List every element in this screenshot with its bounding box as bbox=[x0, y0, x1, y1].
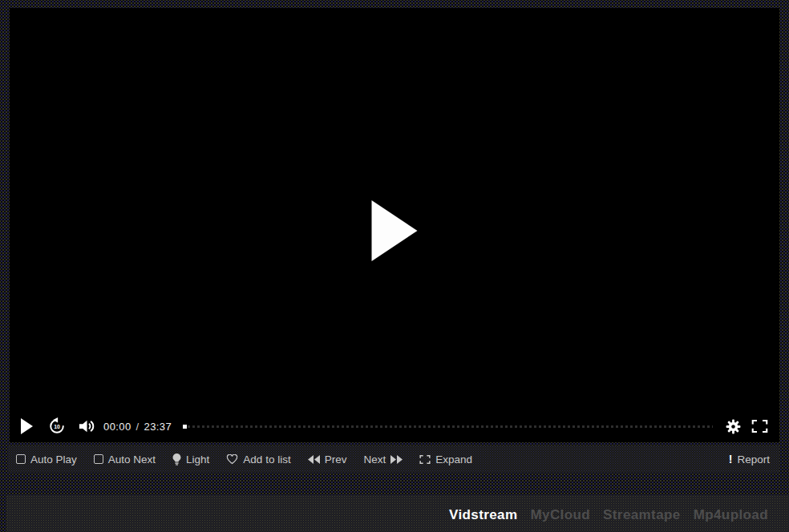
auto-next-label: Auto Next bbox=[108, 453, 156, 466]
prev-episode-button[interactable]: Prev bbox=[308, 453, 347, 466]
auto-next-toggle[interactable]: Auto Next bbox=[94, 453, 156, 466]
add-to-list-label: Add to list bbox=[243, 453, 290, 466]
add-to-list-button[interactable]: Add to list bbox=[226, 453, 290, 466]
next-icon bbox=[390, 455, 403, 464]
expand-icon bbox=[419, 454, 431, 465]
rewind-10-icon: 10 bbox=[48, 417, 66, 435]
report-label: Report bbox=[737, 453, 770, 466]
light-toggle[interactable]: Light bbox=[172, 453, 209, 466]
time-display: 00:00 / 23:37 bbox=[103, 421, 172, 433]
server-mycloud[interactable]: MyCloud bbox=[530, 507, 590, 523]
auto-play-label: Auto Play bbox=[30, 453, 77, 466]
report-button[interactable]: ! Report bbox=[729, 453, 770, 466]
server-streamtape[interactable]: Streamtape bbox=[603, 507, 681, 523]
checkbox-icon bbox=[94, 454, 103, 464]
fullscreen-icon bbox=[751, 419, 768, 433]
current-time: 00:00 bbox=[103, 421, 132, 433]
auto-play-toggle[interactable]: Auto Play bbox=[16, 453, 77, 466]
video-player[interactable]: 10 00:00 / 23:37 bbox=[10, 8, 779, 442]
lightbulb-icon bbox=[172, 453, 181, 466]
next-episode-button[interactable]: Next bbox=[363, 453, 403, 466]
prev-icon bbox=[308, 455, 320, 464]
settings-button[interactable] bbox=[726, 419, 741, 434]
page-background: 10 00:00 / 23:37 bbox=[0, 0, 789, 532]
volume-button[interactable] bbox=[78, 418, 96, 434]
server-mp4upload[interactable]: Mp4upload bbox=[694, 507, 768, 523]
expand-label: Expand bbox=[435, 453, 472, 466]
player-toolbar: Auto Play Auto Next Light Add to list bbox=[8, 445, 779, 473]
play-button[interactable] bbox=[21, 418, 33, 434]
light-label: Light bbox=[186, 453, 209, 466]
prev-label: Prev bbox=[325, 453, 347, 466]
fullscreen-button[interactable] bbox=[751, 419, 768, 433]
player-controls: 10 00:00 / 23:37 bbox=[10, 410, 779, 442]
big-play-icon[interactable] bbox=[372, 200, 418, 261]
gear-icon bbox=[726, 419, 741, 434]
exclamation-icon: ! bbox=[729, 453, 733, 465]
rewind-seconds-label: 10 bbox=[54, 424, 60, 429]
duration: 23:37 bbox=[144, 421, 172, 433]
heart-icon bbox=[226, 454, 238, 465]
progress-bar[interactable] bbox=[183, 425, 713, 428]
expand-button[interactable]: Expand bbox=[419, 453, 472, 466]
checkbox-icon bbox=[16, 454, 26, 464]
next-label: Next bbox=[363, 453, 386, 466]
server-vidstream[interactable]: Vidstream bbox=[449, 507, 518, 523]
time-separator: / bbox=[136, 421, 140, 433]
server-panel: Vidstream MyCloud Streamtape Mp4upload bbox=[6, 495, 789, 532]
play-icon bbox=[21, 418, 33, 434]
volume-icon bbox=[78, 418, 96, 434]
playhead-dot[interactable] bbox=[183, 425, 187, 429]
rewind-10-button[interactable]: 10 bbox=[48, 417, 66, 435]
